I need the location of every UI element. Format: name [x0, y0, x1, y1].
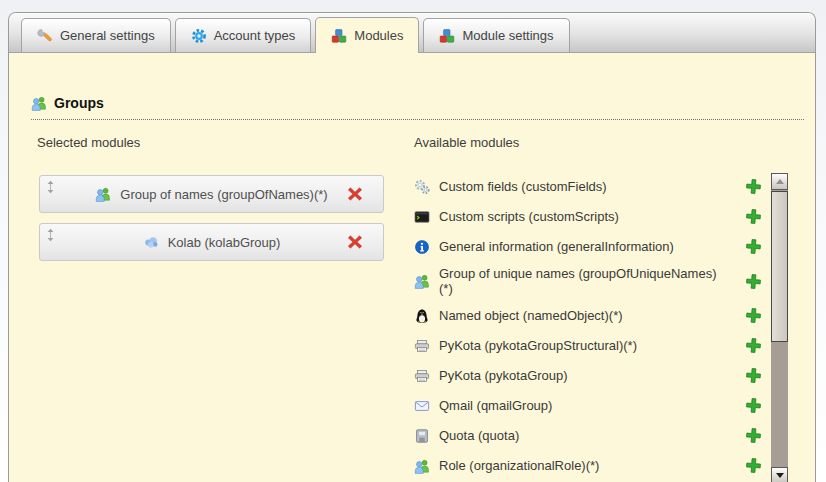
module-label: Kolab (kolabGroup) [168, 235, 281, 250]
tab-label: General settings [60, 28, 155, 43]
printer-icon [414, 368, 430, 384]
selected-module-row: Kolab (kolabGroup) [39, 223, 384, 261]
remove-module-button[interactable] [347, 234, 363, 250]
info-icon [414, 239, 430, 255]
module-label: Group of names (groupOfNames)(*) [120, 187, 327, 202]
tab-account-types[interactable]: Account types [175, 18, 312, 52]
add-module-button[interactable] [745, 208, 762, 225]
selected-module-row: Group of names (groupOfNames)(*) [39, 175, 384, 213]
module-label: PyKota (pykotaGroupStructural)(*) [439, 338, 721, 353]
penguin-icon [414, 308, 430, 324]
up-arrow-icon [776, 179, 784, 184]
scrollbar-up-button[interactable] [771, 173, 788, 190]
scrollbar-thumb[interactable] [771, 191, 788, 342]
down-arrow-icon [776, 473, 784, 478]
module-label: Named object (namedObject)(*) [439, 308, 721, 323]
group-icon [414, 273, 430, 289]
available-module-row: Role (organizationalRole)(*) [414, 455, 762, 476]
add-module-button[interactable] [745, 178, 762, 195]
custom-fields-gears-icon [414, 179, 430, 195]
add-module-button[interactable] [745, 457, 762, 474]
available-modules-label: Available modules [414, 135, 519, 150]
tab-modules[interactable]: Modules [315, 17, 419, 53]
available-module-row: Custom fields (customFields) [414, 176, 762, 197]
drag-handle-icon[interactable] [46, 180, 55, 194]
group-icon [95, 186, 111, 202]
available-module-row: Qmail (qmailGroup) [414, 395, 762, 416]
tab-general-settings[interactable]: General settings [21, 18, 171, 52]
module-label: PyKota (pykotaGroup) [439, 368, 721, 383]
module-label: Custom scripts (customScripts) [439, 209, 721, 224]
available-module-row: PyKota (pykotaGroup) [414, 365, 762, 386]
section-title: Groups [54, 95, 104, 111]
tab-label: Modules [354, 28, 403, 43]
available-module-row: Custom scripts (customScripts) [414, 206, 762, 227]
printer-icon [414, 338, 430, 354]
selected-modules-label: Selected modules [37, 135, 140, 150]
kolab-cloud-icon [143, 234, 159, 250]
add-module-button[interactable] [745, 337, 762, 354]
tab-bar: General settingsAccount typesModulesModu… [9, 13, 815, 53]
tab-label: Account types [214, 28, 296, 43]
module-label: Group of unique names (groupOfUniqueName… [439, 266, 721, 296]
scrollbar-track[interactable] [771, 342, 788, 467]
remove-module-button[interactable] [347, 186, 363, 202]
available-module-row: Quota (quota) [414, 425, 762, 446]
add-module-button[interactable] [745, 307, 762, 324]
selected-modules-list: Group of names (groupOfNames)(*)Kolab (k… [39, 175, 384, 271]
group-icon [414, 458, 430, 474]
available-module-row: Named object (namedObject)(*) [414, 305, 762, 326]
add-module-button[interactable] [745, 397, 762, 414]
tab-label: Module settings [462, 28, 553, 43]
envelope-icon [414, 398, 430, 414]
available-module-row: PyKota (pykotaGroupStructural)(*) [414, 335, 762, 356]
available-modules-list: Custom fields (customFields)Custom scrip… [414, 176, 762, 482]
add-module-button[interactable] [745, 367, 762, 384]
section-header: Groups [31, 95, 804, 120]
module-label: Custom fields (customFields) [439, 179, 721, 194]
scrollbar-down-button[interactable] [771, 467, 788, 482]
disk-icon [414, 428, 430, 444]
settings-page: General settingsAccount typesModulesModu… [0, 0, 826, 482]
drag-handle-icon[interactable] [46, 228, 55, 242]
module-label: Quota (quota) [439, 428, 721, 443]
modules-cubes-icon [439, 28, 455, 44]
available-module-row: Group of unique names (groupOfUniqueName… [414, 266, 762, 296]
settings-panel: General settingsAccount typesModulesModu… [8, 12, 816, 482]
terminal-icon [414, 209, 430, 225]
group-icon [31, 95, 47, 111]
account-types-gear-icon [191, 28, 207, 44]
module-label: General information (generalInformation) [439, 239, 721, 254]
module-label: Role (organizationalRole)(*) [439, 458, 721, 473]
wrench-icon [37, 28, 53, 44]
modules-cubes-icon [331, 28, 347, 44]
add-module-button[interactable] [745, 273, 762, 290]
scrollbar [771, 173, 788, 482]
add-module-button[interactable] [745, 238, 762, 255]
add-module-button[interactable] [745, 427, 762, 444]
module-label: Qmail (qmailGroup) [439, 398, 721, 413]
tab-module-settings[interactable]: Module settings [423, 18, 569, 52]
available-module-row: General information (generalInformation) [414, 236, 762, 257]
